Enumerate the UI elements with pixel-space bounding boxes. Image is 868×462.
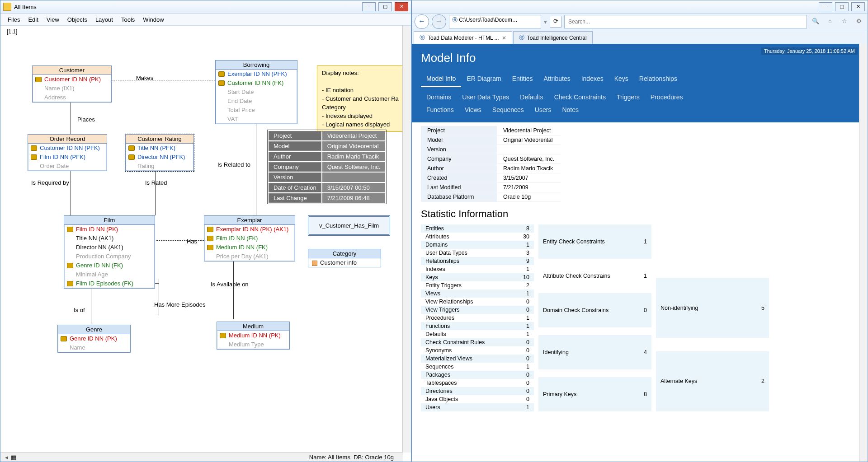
- browser-tab[interactable]: ⓔToad Data Modeler - HTML ...✕: [414, 31, 512, 44]
- entity-attr: Medium Type: [217, 340, 289, 349]
- nav-tab[interactable]: Domains: [421, 91, 457, 103]
- nav-tab[interactable]: Triggers: [611, 91, 645, 103]
- menu-objects[interactable]: Objects: [64, 15, 91, 24]
- entity-attr: Name (IX1): [33, 84, 111, 93]
- entity-customer-rating[interactable]: Customer RatingTitle NN (PFK)Director NN…: [125, 134, 194, 171]
- menu-edit[interactable]: Edit: [24, 15, 42, 24]
- menu-layout[interactable]: Layout: [92, 15, 117, 24]
- menu-files[interactable]: Files: [4, 15, 24, 24]
- nav-tab[interactable]: Users: [529, 103, 557, 116]
- stats-col-c: Non-identifying5Alternate Keys2: [656, 224, 769, 411]
- entity-attr: VAT: [216, 115, 297, 124]
- close-tab-icon[interactable]: ✕: [502, 35, 506, 41]
- entity-customer[interactable]: CustomerCustomer ID NN (PK)Name (IX1)Add…: [32, 65, 112, 103]
- display-notes[interactable]: Display notes:- IE notation- Customer an…: [317, 65, 404, 132]
- browser-toolbar: ← → ⓔ C:\Users\Toad\Docum… ▾ ⟳ 🔍 ⌂ ☆ ⚙: [412, 14, 868, 30]
- diagram-canvas[interactable]: [1,1] Makes Places Is Required by Is Rat…: [0, 26, 411, 462]
- rel-rated-line: [155, 170, 156, 215]
- menu-bar: FilesEditViewObjectsLayoutToolsWindow: [0, 14, 411, 26]
- favorites-icon[interactable]: ☆: [839, 16, 850, 28]
- nav-tab[interactable]: Indexes: [576, 71, 609, 87]
- entity-title: Exemplar: [204, 216, 295, 225]
- maximize-button[interactable]: ▢: [835, 2, 849, 11]
- browser-content: Thursday, January 25, 2018 11:06:52 AM M…: [412, 44, 868, 462]
- rel-places-line: [71, 100, 71, 134]
- nav-tab[interactable]: Entities: [507, 71, 538, 87]
- entity-attr: Exemplar ID NN (PK) (AK1): [204, 225, 295, 234]
- nav-tab[interactable]: Defaults: [514, 91, 548, 103]
- nav-tab[interactable]: Attributes: [538, 71, 576, 87]
- vertical-scrollbar[interactable]: [859, 44, 868, 462]
- nav-tab[interactable]: ER Diagram: [461, 71, 506, 87]
- rel-makes: Makes: [136, 75, 153, 81]
- entity-attr: Price per Day (AK1): [204, 252, 295, 261]
- nav-tab[interactable]: User Data Types: [457, 91, 514, 103]
- entity-genre[interactable]: GenreGenre ID NN (PK)Name: [57, 325, 131, 353]
- timestamp: Thursday, January 25, 2018 11:06:52 AM: [761, 47, 858, 55]
- search-input[interactable]: [564, 15, 807, 28]
- rel-rated: Is Rated: [145, 179, 167, 186]
- horizontal-scrollbar[interactable]: ◂ ▦ Name: All Items DB: Oracle 10g: [0, 452, 403, 462]
- rel-places: Places: [77, 116, 95, 123]
- entity-attr: Rating: [126, 162, 193, 171]
- menu-tools[interactable]: Tools: [118, 15, 138, 24]
- maximize-button[interactable]: ▢: [378, 2, 392, 11]
- close-button[interactable]: ✕: [395, 2, 408, 11]
- category-title: Category: [308, 249, 381, 258]
- rel-related: Is Related to: [217, 161, 250, 168]
- entity-attr: Exemplar ID NN (PFK): [216, 70, 297, 79]
- home-icon[interactable]: ⌂: [824, 16, 836, 28]
- entity-borrowing[interactable]: BorrowingExemplar ID NN (PFK)Customer ID…: [215, 60, 297, 124]
- search-go-button[interactable]: 🔍: [810, 16, 821, 28]
- title-bar[interactable]: All Items — ▢ ✕: [0, 0, 411, 14]
- entity-attr: Title NN (AK1): [64, 234, 155, 243]
- close-button[interactable]: ✕: [851, 2, 865, 11]
- vertical-scrollbar[interactable]: [402, 26, 411, 453]
- minimize-button[interactable]: —: [362, 2, 376, 11]
- entity-order-record[interactable]: Order RecordCustomer ID NN (PFK)Film ID …: [28, 134, 107, 171]
- address-bar[interactable]: ⓔ C:\Users\Toad\Docum…: [449, 15, 541, 28]
- rel-related-line: [256, 116, 256, 215]
- entity-medium[interactable]: MediumMedium ID NN (PK)Medium Type: [217, 322, 290, 350]
- nav-tab[interactable]: Sequences: [487, 103, 529, 116]
- nav-tab[interactable]: Check Constraints: [549, 91, 611, 103]
- window-title: All Items: [14, 4, 362, 10]
- nav-tab[interactable]: Relationships: [634, 71, 683, 87]
- settings-icon[interactable]: ⚙: [853, 16, 865, 28]
- menu-window[interactable]: Window: [139, 15, 167, 24]
- model-info-table: ProjectVideorental ProjectModelOriginal …: [421, 126, 561, 202]
- nav-tab[interactable]: Views: [459, 103, 487, 116]
- nav-tab[interactable]: Procedures: [645, 91, 689, 103]
- entity-film[interactable]: FilmFilm ID NN (PK)Title NN (AK1)Directo…: [64, 215, 155, 289]
- entity-attr: Genre ID NN (FK): [64, 261, 155, 270]
- entity-attr: End Date: [216, 97, 297, 106]
- stats-col-a: Entities8Attributes30Domains1User Data T…: [421, 224, 534, 411]
- entity-attr: Medium ID NN (PK): [217, 331, 289, 340]
- entity-attr: Address: [33, 93, 111, 102]
- entity-exemplar[interactable]: ExemplarExemplar ID NN (PK) (AK1)Film ID…: [204, 215, 295, 261]
- coordinates: [1,1]: [7, 28, 17, 35]
- back-button[interactable]: ←: [415, 14, 429, 29]
- entity-attr: Total Price: [216, 106, 297, 115]
- browser-title-bar[interactable]: — ▢ ✕: [412, 0, 868, 14]
- entity-attr: Genre ID NN (PK): [58, 334, 130, 343]
- browser-tab[interactable]: ⓔToad Intelligence Central: [513, 31, 593, 44]
- entity-title: Customer: [33, 66, 111, 75]
- forward-button[interactable]: →: [432, 14, 446, 29]
- nav-tab[interactable]: Functions: [421, 103, 459, 116]
- statistics-title: Statistic Information: [421, 208, 859, 220]
- minimize-button[interactable]: —: [819, 2, 832, 11]
- view-customer-has-film[interactable]: v_Customer_Has_Film: [308, 215, 390, 236]
- nav-tab[interactable]: Model Info: [421, 71, 461, 87]
- rel-makes-line: [111, 80, 215, 80]
- nav-tab[interactable]: Notes: [557, 103, 584, 116]
- entity-attr: Production Company: [64, 252, 155, 261]
- refresh-button[interactable]: ⟳: [550, 16, 561, 28]
- menu-view[interactable]: View: [43, 15, 63, 24]
- category-item: Customer info: [308, 258, 381, 267]
- entity-attr: Title NN (PFK): [126, 144, 193, 153]
- category-box[interactable]: Category Customer info: [308, 249, 381, 267]
- entity-attr: Order Date: [28, 162, 107, 171]
- nav-tab[interactable]: Keys: [609, 71, 634, 87]
- entity-title: Borrowing: [216, 61, 297, 70]
